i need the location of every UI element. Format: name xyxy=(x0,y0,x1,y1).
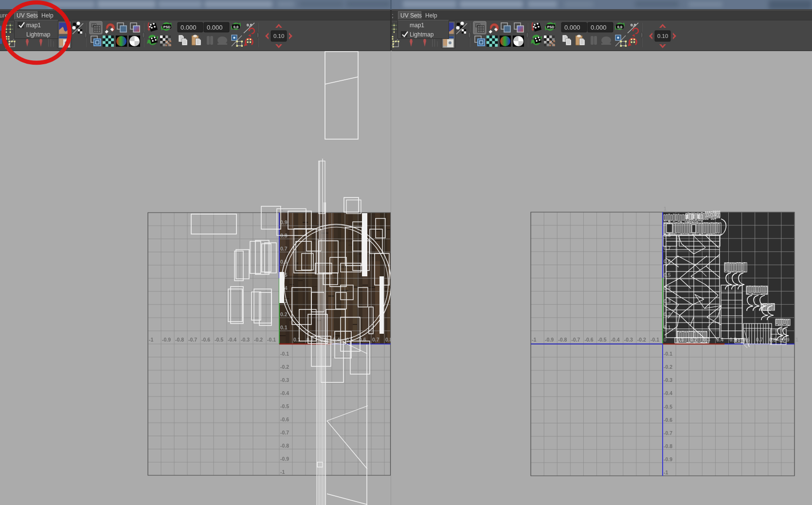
svg-text:-0.9: -0.9 xyxy=(280,456,289,462)
svg-text:-0.4: -0.4 xyxy=(664,390,672,396)
svg-text:-0.9: -0.9 xyxy=(545,337,554,343)
svg-text:-0.3: -0.3 xyxy=(280,377,289,383)
svg-text:-0.2: -0.2 xyxy=(254,337,263,343)
svg-text:0.7: 0.7 xyxy=(372,337,379,343)
svg-text:0.7: 0.7 xyxy=(756,337,763,343)
svg-text:-0.5: -0.5 xyxy=(598,337,607,343)
svg-text:0.6: 0.6 xyxy=(280,259,288,265)
svg-text:-0.8: -0.8 xyxy=(175,337,184,343)
svg-text:PSD: PSD xyxy=(547,25,554,29)
svg-text:-0.5: -0.5 xyxy=(664,404,672,410)
svg-text:-0.4: -0.4 xyxy=(228,337,236,343)
svg-text:-0.3: -0.3 xyxy=(241,337,250,343)
svg-text:-0.2: -0.2 xyxy=(664,364,672,370)
svg-text:-0.3: -0.3 xyxy=(664,377,672,383)
svg-text:-0.9: -0.9 xyxy=(162,337,171,343)
svg-text:0.9: 0.9 xyxy=(280,219,288,225)
svg-text:-1: -1 xyxy=(149,337,153,343)
svg-text:0.5: 0.5 xyxy=(664,272,671,278)
svg-text:0.1: 0.1 xyxy=(664,325,671,330)
svg-text:0.4: 0.4 xyxy=(333,337,340,343)
svg-text:0.1: 0.1 xyxy=(280,325,288,330)
svg-text:1: 1 xyxy=(664,206,667,212)
svg-text:0.000: 0.000 xyxy=(180,24,197,31)
svg-text:-0.7: -0.7 xyxy=(280,430,289,435)
svg-text:0.000: 0.000 xyxy=(207,24,223,31)
svg-text:-0.8: -0.8 xyxy=(558,337,567,343)
svg-text:-0.7: -0.7 xyxy=(664,430,672,436)
svg-text:0.2: 0.2 xyxy=(280,311,288,317)
svg-text:1: 1 xyxy=(795,337,798,343)
svg-text:0,0: 0,0 xyxy=(631,23,636,27)
svg-text:-0.6: -0.6 xyxy=(584,337,593,343)
svg-text:0,0: 0,0 xyxy=(247,23,253,27)
svg-text:-0.2: -0.2 xyxy=(637,337,646,343)
svg-text:-0.5: -0.5 xyxy=(215,337,223,343)
svg-text:-0.1: -0.1 xyxy=(280,351,289,357)
svg-text:-0.8: -0.8 xyxy=(280,443,289,449)
svg-text:0.10: 0.10 xyxy=(657,33,668,39)
svg-text:0.10: 0.10 xyxy=(273,33,284,39)
svg-text:-0.2: -0.2 xyxy=(280,364,289,370)
svg-text:0.4: 0.4 xyxy=(664,285,671,291)
svg-text:-0.8: -0.8 xyxy=(664,443,672,449)
svg-text:-0.3: -0.3 xyxy=(624,337,633,343)
svg-text:-0.1: -0.1 xyxy=(664,351,672,357)
svg-text:0.8: 0.8 xyxy=(385,337,391,343)
svg-text:-0.7: -0.7 xyxy=(188,337,197,343)
svg-text:-0.1: -0.1 xyxy=(267,337,276,343)
svg-text:-0.7: -0.7 xyxy=(571,337,580,343)
svg-text:-0.4: -0.4 xyxy=(611,337,620,343)
svg-text:-0.6: -0.6 xyxy=(280,416,289,422)
svg-text:0,0: 0,0 xyxy=(234,25,238,29)
svg-text:-1: -1 xyxy=(664,469,668,475)
svg-text:-0.1: -0.1 xyxy=(650,337,659,343)
svg-text:-0.6: -0.6 xyxy=(664,417,672,423)
svg-text:-0.4: -0.4 xyxy=(280,390,289,396)
svg-text:0.000: 0.000 xyxy=(591,24,607,31)
svg-text:-0.9: -0.9 xyxy=(664,456,672,462)
svg-text:-1: -1 xyxy=(532,337,536,343)
svg-text:PSD: PSD xyxy=(163,25,170,29)
svg-text:-1: -1 xyxy=(280,469,285,475)
svg-text:-0.6: -0.6 xyxy=(201,337,210,343)
svg-text:0,0: 0,0 xyxy=(617,25,622,29)
svg-text:-0.5: -0.5 xyxy=(280,403,289,409)
svg-text:0.7: 0.7 xyxy=(280,246,288,252)
svg-text:0.6: 0.6 xyxy=(664,258,671,264)
svg-text:0.000: 0.000 xyxy=(564,24,580,31)
